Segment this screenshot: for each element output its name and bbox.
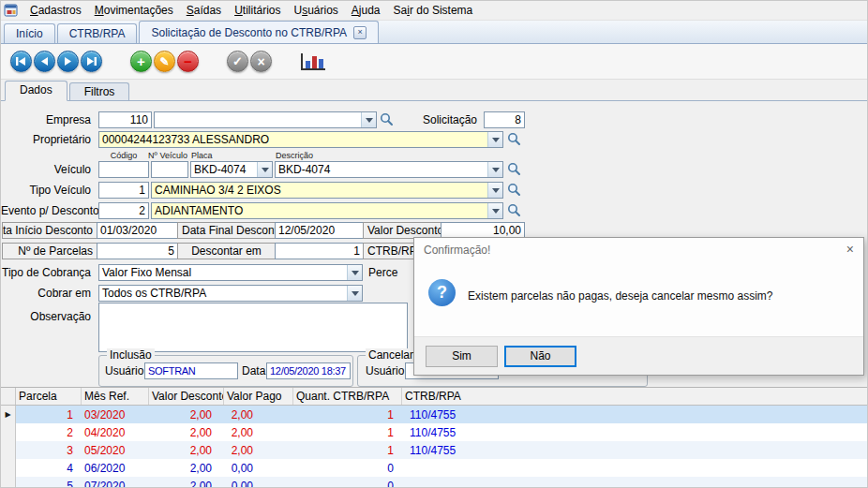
empresa-code-field[interactable] <box>98 111 152 128</box>
tab-inicio[interactable]: Início <box>4 23 55 43</box>
grid-cell-quant[interactable]: 1 <box>293 423 402 441</box>
tab-solicitacao-de-desconto-no-ctrb-rpa[interactable]: Solicitação de Desconto no CTRB/RPA× <box>139 21 379 43</box>
parcelas-field[interactable] <box>97 243 178 259</box>
inclusao-data-field[interactable] <box>266 362 351 379</box>
menu-item-saidas[interactable]: Saídas <box>180 2 228 19</box>
chevron-down-icon[interactable] <box>487 203 502 218</box>
grid-row-1[interactable]: ▶103/20202,002,001110/4755 <box>1 406 868 423</box>
grid-row-3[interactable]: 305/20202,002,001110/4755 <box>1 441 868 459</box>
grid-cell-ctrb[interactable]: 110/4755 <box>402 441 868 459</box>
subtab-filtros[interactable]: Filtros <box>69 82 130 100</box>
tab-ctrb-rpa[interactable]: CTRB/RPA <box>57 23 138 43</box>
confirm-button[interactable]: ✓ <box>227 51 248 72</box>
grid-cell-parcela[interactable]: 5 <box>16 477 82 488</box>
chevron-down-icon[interactable] <box>257 162 272 177</box>
grid-header-parcela[interactable]: Parcela <box>16 388 82 405</box>
veiculo-search-icon[interactable] <box>507 162 522 177</box>
edit-record-button[interactable]: ✎ <box>154 51 175 72</box>
data-inicio-field[interactable] <box>97 222 178 239</box>
evento-search-icon[interactable] <box>507 203 522 218</box>
menu-item-usuarios[interactable]: Usuários <box>287 2 344 19</box>
menu-item-movimentacoes[interactable]: Movimentações <box>88 2 180 19</box>
grid-cell-parcela[interactable]: 1 <box>16 406 82 423</box>
grid-cell-mes_ref[interactable]: 04/2020 <box>82 423 149 441</box>
tipo-veiculo-code-field[interactable] <box>98 182 149 199</box>
tab-close-icon[interactable]: × <box>353 26 367 39</box>
grid-cell-valor_pago[interactable]: 0,00 <box>224 459 293 477</box>
grid-cell-quant[interactable]: 1 <box>293 441 402 459</box>
grid-row-4[interactable]: 406/20202,000,000 <box>1 459 868 477</box>
proprietario-combo[interactable]: 00004244123733 ALESSANDRO <box>98 131 503 148</box>
proprietario-search-icon[interactable] <box>507 132 522 147</box>
grid-cell-valor_desconto[interactable]: 2,00 <box>149 441 224 459</box>
grid-cell-parcela[interactable]: 3 <box>16 441 82 459</box>
chevron-down-icon[interactable] <box>361 112 376 127</box>
grid-cell-mes_ref[interactable]: 06/2020 <box>82 459 149 477</box>
empresa-name-combo[interactable] <box>154 111 377 128</box>
veiculo-num-field[interactable] <box>151 161 188 178</box>
chevron-down-icon[interactable] <box>487 132 502 147</box>
cancel-button[interactable]: × <box>250 51 272 72</box>
first-record-button[interactable] <box>10 51 32 72</box>
tipo-veiculo-combo[interactable]: CAMINHAO 3/4 2 EIXOS <box>151 182 503 199</box>
veiculo-codigo-field[interactable] <box>98 161 149 178</box>
veiculo-descricao-combo[interactable]: BKD-4074 <box>275 161 503 178</box>
delete-record-button[interactable]: − <box>177 51 199 72</box>
grid-cell-parcela[interactable]: 2 <box>16 423 82 441</box>
grid-header-mes-ref[interactable]: Mês Ref. <box>82 388 149 405</box>
menu-item-utilitarios[interactable]: Utilitários <box>228 2 287 19</box>
grid-cell-quant[interactable]: 0 <box>293 459 402 477</box>
grid-row-5[interactable]: 507/20202,000,000 <box>1 477 868 488</box>
grid-cell-ctrb[interactable] <box>402 477 868 488</box>
grid-cell-valor_pago[interactable]: 2,00 <box>224 423 293 441</box>
chevron-down-icon[interactable] <box>347 265 362 280</box>
report-chart-button[interactable] <box>300 51 326 73</box>
grid-cell-valor_pago[interactable]: 2,00 <box>224 441 293 459</box>
grid-cell-valor_desconto[interactable]: 2,00 <box>149 477 224 488</box>
descontar-field[interactable] <box>275 243 364 259</box>
grid-cell-mes_ref[interactable]: 03/2020 <box>82 406 149 423</box>
data-final-field[interactable] <box>275 222 364 239</box>
chevron-down-icon[interactable] <box>347 286 362 301</box>
grid-header-ctrb-rpa[interactable]: CTRB/RPA <box>402 388 868 405</box>
grid-row-2[interactable]: 204/20202,002,001110/4755 <box>1 423 868 441</box>
veiculo-placa-combo[interactable]: BKD-4074 <box>190 161 273 178</box>
chevron-down-icon[interactable] <box>487 162 502 177</box>
grid-cell-valor_pago[interactable]: 2,00 <box>224 406 293 423</box>
menu-item-ajuda[interactable]: Ajuda <box>345 2 387 19</box>
grid-cell-quant[interactable]: 0 <box>293 477 402 488</box>
dialog-close-icon[interactable]: × <box>846 242 854 257</box>
dialog-sim-button[interactable]: Sim <box>426 346 498 367</box>
subtab-dados[interactable]: Dados <box>5 81 67 101</box>
menu-item-cadastros[interactable]: Cadastros <box>23 2 88 19</box>
previous-record-button[interactable] <box>34 51 55 72</box>
grid-header-valor-desconto[interactable]: Valor Desconto <box>149 388 224 405</box>
empresa-search-icon[interactable] <box>380 112 395 127</box>
menu-item-sair-do-sistema[interactable]: Sair do Sistema <box>387 2 480 19</box>
grid-cell-valor_desconto[interactable]: 2,00 <box>149 423 224 441</box>
chevron-down-icon[interactable] <box>487 183 502 198</box>
cobrar-combo[interactable]: Todos os CTRB/RPA <box>98 285 363 302</box>
grid-cell-valor_desconto[interactable]: 2,00 <box>149 459 224 477</box>
grid-header-quant-ctrb-rpa[interactable]: Quant. CTRB/RPA <box>293 388 402 405</box>
next-record-button[interactable] <box>57 51 79 72</box>
grid-cell-valor_pago[interactable]: 0,00 <box>224 477 293 488</box>
inclusao-usuario-field[interactable] <box>144 362 238 379</box>
dialog-nao-button[interactable]: Não <box>504 346 576 367</box>
tipo-veiculo-search-icon[interactable] <box>507 183 522 198</box>
evento-combo[interactable]: ADIANTAMENTO <box>151 202 503 219</box>
grid-cell-ctrb[interactable]: 110/4755 <box>402 423 868 441</box>
last-record-button[interactable] <box>81 51 102 72</box>
grid-cell-ctrb[interactable]: 110/4755 <box>402 406 868 423</box>
grid-cell-mes_ref[interactable]: 05/2020 <box>82 441 149 459</box>
add-record-button[interactable]: + <box>130 51 152 72</box>
observacao-field[interactable] <box>98 303 408 352</box>
grid-cell-parcela[interactable]: 4 <box>16 459 82 477</box>
grid-cell-quant[interactable]: 1 <box>293 406 402 423</box>
grid-cell-valor_desconto[interactable]: 2,00 <box>149 406 224 423</box>
solicitacao-field[interactable] <box>484 111 525 128</box>
grid-cell-mes_ref[interactable]: 07/2020 <box>82 477 149 488</box>
evento-code-field[interactable] <box>98 202 149 219</box>
tipo-cobranca-combo[interactable]: Valor Fixo Mensal <box>98 264 363 281</box>
grid-cell-ctrb[interactable] <box>402 459 868 477</box>
